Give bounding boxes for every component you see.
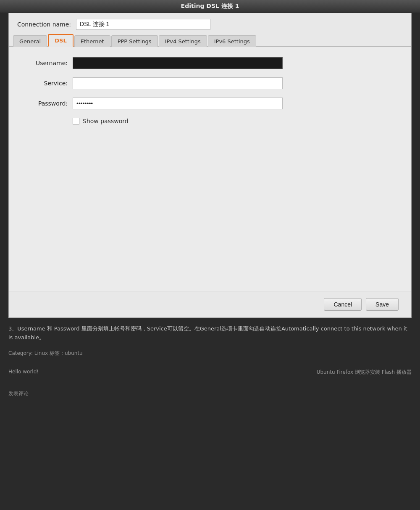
tab-content-dsl: Username: Service: Password: Show passwo… xyxy=(9,47,411,291)
connection-name-label: Connection name: xyxy=(17,21,71,28)
tab-ethernet[interactable]: Ethernet xyxy=(74,35,110,47)
footer-hello-row: Hello world! Ubuntu Firefox 浏览器安装 Flash … xyxy=(0,360,420,378)
password-label: Password: xyxy=(21,100,68,107)
footer-category: Category: Linux 标签：ubuntu xyxy=(0,346,420,360)
titlebar-text: Editing DSL 连接 1 xyxy=(181,3,239,9)
buttons-row: Cancel Save xyxy=(9,291,411,317)
connection-name-row: Connection name: xyxy=(9,13,411,34)
password-input[interactable] xyxy=(73,98,283,109)
service-input[interactable] xyxy=(73,77,283,89)
tab-ipv6-settings[interactable]: IPv6 Settings xyxy=(208,35,256,47)
save-button[interactable]: Save xyxy=(366,298,399,311)
service-label: Service: xyxy=(21,80,68,87)
footer-firefox-note[interactable]: Ubuntu Firefox 浏览器安装 Flash 播放器 xyxy=(317,369,412,376)
titlebar: Editing DSL 连接 1 xyxy=(0,0,420,13)
tab-general[interactable]: General xyxy=(13,35,47,47)
tab-dsl[interactable]: DSL xyxy=(48,34,73,47)
show-password-checkbox[interactable] xyxy=(73,118,79,124)
tab-ppp-settings[interactable]: PPP Settings xyxy=(111,35,158,47)
show-password-label[interactable]: Show password xyxy=(83,118,129,124)
tab-ipv4-settings[interactable]: IPv4 Settings xyxy=(159,35,207,47)
footer-comment-action[interactable]: 发表评论 xyxy=(0,378,420,401)
footer-hello-text: Hello world! xyxy=(8,369,39,376)
password-row: Password: xyxy=(21,98,399,109)
username-label: Username: xyxy=(21,60,68,66)
username-row: Username: xyxy=(21,57,399,69)
service-row: Service: xyxy=(21,77,399,89)
tabs-bar: General DSL Ethernet PPP Settings IPv4 S… xyxy=(9,34,411,47)
show-password-row: Show password xyxy=(73,118,399,124)
connection-name-input[interactable] xyxy=(76,19,210,30)
footer-description: 3、Username 和 Password 里面分别填上帐号和密码，Servic… xyxy=(0,318,420,346)
cancel-button[interactable]: Cancel xyxy=(324,298,362,311)
username-input[interactable] xyxy=(73,57,283,69)
dialog: Connection name: General DSL Ethernet PP… xyxy=(8,13,412,318)
